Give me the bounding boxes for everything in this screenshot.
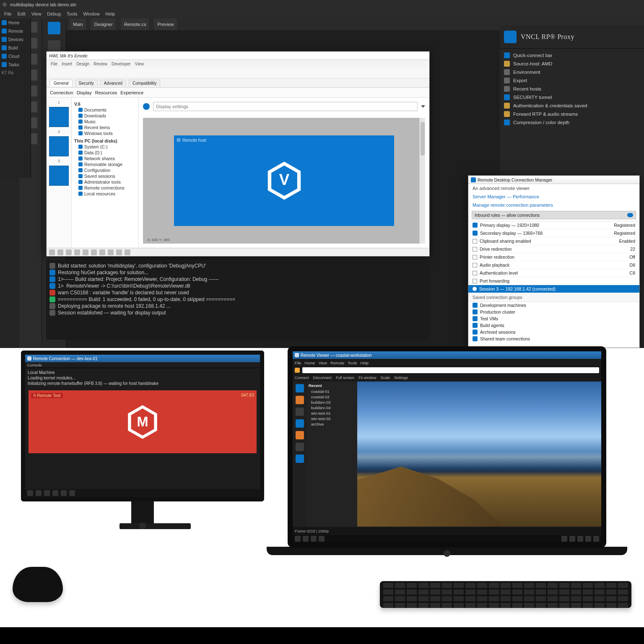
quick-tab[interactable]: General (50, 80, 73, 86)
vnc-row[interactable]: SECURITY tunnel (501, 93, 642, 101)
filelist-item[interactable]: coastal-02 (309, 394, 356, 400)
filelist-item[interactable]: buildsrv-03 (309, 400, 356, 405)
taskbar-item[interactable] (303, 536, 309, 542)
winapp-quick-tabs[interactable]: General Security Advanced Compatibility (47, 78, 429, 88)
status-icon[interactable] (57, 249, 63, 255)
vnc-row[interactable]: Forward RTP & audio streams (501, 110, 642, 118)
laptop-screen[interactable]: Remote Viewer — coastal-workstation File… (293, 351, 601, 543)
quick-tab[interactable]: Advanced (100, 80, 126, 86)
filelist-item[interactable]: win-test-02 (309, 416, 356, 421)
checkbox[interactable] (473, 271, 477, 275)
checkbox[interactable] (473, 247, 477, 252)
table-row[interactable]: Audio playbackD8 (468, 261, 639, 269)
winapp-tree[interactable]: V.6 Documents Downloads Music Recent ite… (72, 98, 139, 248)
taskbar-item[interactable] (311, 536, 317, 542)
taskbar-item[interactable] (36, 490, 42, 496)
vertical-scrollbar[interactable] (419, 118, 425, 244)
rdwin-subitem[interactable]: Test VMs (468, 315, 639, 322)
tree-item[interactable]: Recent items (74, 125, 136, 130)
table-row[interactable]: Primary display — 1920×1080Registered (468, 221, 639, 229)
tray-item[interactable] (561, 536, 567, 542)
menu-item[interactable]: File (295, 361, 301, 365)
tab-designer[interactable]: Designer (91, 18, 117, 30)
menu-edit[interactable]: Edit (18, 11, 26, 16)
menu-item[interactable]: Home (304, 361, 315, 365)
leftlist-item[interactable]: Remote (0, 27, 31, 35)
laptop-menubar[interactable]: File Home View Remote Tools Help (293, 359, 601, 366)
checkbox[interactable] (473, 263, 477, 267)
tray-item[interactable] (569, 536, 575, 542)
tree-item[interactable]: Documents (74, 107, 136, 113)
status-icon[interactable] (99, 249, 105, 255)
ribbon-tab[interactable]: Design (76, 62, 89, 66)
winapp-filter[interactable] (139, 98, 429, 115)
taskbar-item[interactable] (27, 490, 33, 496)
ribbon-item[interactable]: Disconnect (313, 376, 332, 380)
app-icon[interactable] (296, 431, 304, 439)
scrollbar-thumb[interactable] (421, 122, 425, 156)
vnc-row[interactable]: Authentication & credentials saved (501, 101, 642, 110)
toolbar2-item[interactable]: Resources (95, 90, 117, 95)
table-row[interactable]: Drive redirection22 (468, 245, 639, 253)
checkbox[interactable] (473, 239, 477, 244)
tree-item[interactable]: Music (74, 119, 136, 125)
tree-item[interactable]: Downloads (74, 113, 136, 119)
chevron-down-icon[interactable] (421, 105, 425, 108)
taskbar-item[interactable] (319, 536, 325, 542)
tree-item[interactable]: Network shares (74, 156, 136, 161)
page-thumb[interactable] (49, 166, 69, 186)
winapp-ribbon-tabs[interactable]: File Insert Design Review Developer View (47, 60, 429, 68)
page-thumb[interactable] (49, 136, 69, 156)
winapp-ribbon[interactable] (47, 68, 429, 78)
app-icon[interactable] (296, 443, 304, 451)
leftlist-item[interactable]: Build (0, 44, 31, 52)
ribbon-tab[interactable]: Developer (112, 62, 131, 66)
ribbon-item[interactable]: Connect (295, 376, 309, 380)
checkbox[interactable] (473, 279, 477, 283)
menu-window[interactable]: Window (83, 11, 99, 16)
menu-item[interactable]: Remote (330, 361, 344, 365)
toolbar2-item[interactable]: Display (77, 90, 92, 95)
winapp-preview[interactable]: Remote host V X: 640 Y: 480 (143, 118, 425, 244)
menu-debug[interactable]: Debug (47, 11, 60, 16)
tree-item[interactable]: Local resources (74, 191, 136, 197)
status-icon[interactable] (66, 249, 72, 255)
status-icon[interactable] (49, 249, 55, 255)
tray-item[interactable] (577, 536, 583, 542)
app-icon[interactable] (296, 396, 304, 404)
ribbon-item[interactable]: Fit window (358, 376, 377, 380)
taskbar-item[interactable] (295, 536, 301, 542)
app-icon[interactable] (48, 22, 60, 34)
winapp-toolbar2[interactable]: Connection Display Resources Experience (47, 88, 429, 98)
vnc-row[interactable]: Compression / color depth (501, 118, 642, 127)
vnc-row[interactable]: Export (501, 76, 642, 85)
filelist-item[interactable]: coastal-01 (309, 389, 356, 394)
toolbar2-item[interactable]: Experience (120, 90, 143, 95)
tree-item[interactable]: Removable storage (74, 161, 136, 167)
tree-item[interactable]: Administrator tools (74, 179, 136, 185)
tab-main[interactable]: Main (70, 18, 87, 30)
tray-item[interactable] (585, 536, 591, 542)
filelist-item[interactable]: archive (309, 421, 356, 427)
table-row[interactable]: Clipboard sharing enabledEnabled (468, 237, 639, 245)
taskbar-item[interactable] (44, 490, 50, 496)
table-row[interactable]: Printer redirectionOff (468, 253, 639, 261)
rdwin-subitem[interactable]: Archived sessions (468, 329, 639, 335)
menu-view[interactable]: View (31, 11, 42, 16)
toolbar2-item[interactable]: Connection (50, 90, 73, 95)
tree-item[interactable]: Saved sessions (74, 173, 136, 179)
laptop-iconcol[interactable] (293, 382, 307, 527)
app-icon[interactable] (296, 384, 304, 392)
winapp-page-thumbs[interactable]: 1 2 3 (47, 98, 72, 248)
tree-item[interactable]: System (C:) (74, 144, 136, 150)
rdwin-selector[interactable]: Inbound rules — allow connections (472, 211, 636, 219)
ribbon-tab[interactable]: Insert (62, 62, 72, 66)
page-thumb[interactable] (49, 107, 69, 127)
status-icon[interactable] (125, 249, 130, 255)
laptop-filelist[interactable]: Recent coastal-01 coastal-02 buildsrv-03… (307, 382, 357, 527)
tray-item[interactable] (593, 536, 599, 542)
ribbon-item[interactable]: Scale (381, 376, 390, 380)
menu-tools[interactable]: Tools (67, 11, 78, 16)
quick-tab[interactable]: Compatibility (129, 80, 160, 86)
rdwin-subtitle2[interactable]: Server Manager — Performance (468, 192, 639, 201)
